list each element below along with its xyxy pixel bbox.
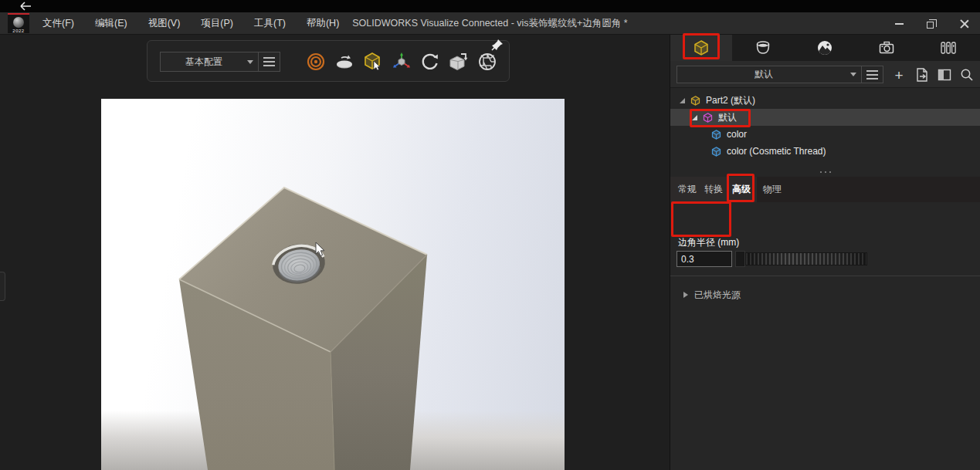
- scene-image-icon: [816, 39, 834, 57]
- target-rings-button[interactable]: [305, 51, 327, 73]
- select-object-button[interactable]: [362, 51, 384, 73]
- yellow-cube-icon: [690, 95, 701, 107]
- turntable-icon: [334, 52, 354, 72]
- logo-year: 2022: [8, 29, 29, 33]
- edge-radius-input[interactable]: [677, 251, 732, 267]
- tab-filters[interactable]: [917, 35, 979, 61]
- viewport-surround: 基本配置: [0, 35, 670, 470]
- import-icon: [914, 66, 931, 83]
- pin-icon[interactable]: [490, 38, 504, 52]
- tree-label-default: 默认: [718, 111, 737, 124]
- camera-cube-icon: [449, 52, 469, 72]
- tree-label-color: color: [727, 129, 747, 140]
- close-button[interactable]: [948, 12, 980, 35]
- baked-lighting-label: 已烘焙光源: [694, 289, 741, 302]
- aperture-button[interactable]: [476, 51, 498, 73]
- add-icon: +: [894, 68, 903, 83]
- edge-radius-slider-handle[interactable]: [735, 251, 745, 267]
- rotate-view-icon: [420, 52, 440, 72]
- tree-row-color[interactable]: color: [670, 126, 980, 143]
- splitter-dots-icon: [825, 171, 826, 173]
- paint-bucket-icon: [754, 39, 772, 57]
- menu-view[interactable]: 视图(V): [148, 17, 181, 30]
- split-view-icon: [936, 66, 953, 83]
- dropdown-caret-icon: [247, 60, 253, 64]
- metal-part-3d: [101, 99, 565, 470]
- tree-row-color-cosmetic[interactable]: color (Cosmetic Thread): [670, 143, 980, 160]
- library-selected-label: 默认: [677, 68, 850, 81]
- blue-cube-icon: [710, 129, 722, 140]
- edge-radius-slider-track[interactable]: [745, 252, 867, 265]
- minimize-icon: [895, 23, 904, 25]
- tab-advanced[interactable]: 高级: [732, 177, 751, 202]
- app-logo[interactable]: 2022: [8, 13, 29, 33]
- magenta-cube-icon: [702, 112, 714, 123]
- restore-icon: [927, 22, 934, 29]
- add-button[interactable]: +: [889, 65, 909, 85]
- aperture-icon: [477, 52, 497, 72]
- camera-icon: [877, 39, 896, 57]
- advanced-properties: 边角半径 (mm): [670, 202, 980, 276]
- menu-edit[interactable]: 编辑(E): [95, 17, 127, 30]
- library-dropdown[interactable]: 默认: [677, 66, 883, 83]
- tree-label-part2: Part2 (默认): [706, 94, 755, 107]
- tab-cameras[interactable]: [856, 35, 917, 61]
- mouse-cursor-icon: [315, 242, 326, 258]
- tab-models[interactable]: [670, 35, 732, 61]
- model-tree: Part2 (默认) 默认 color color (Cosmet: [670, 88, 980, 167]
- move-axes-icon: [392, 52, 412, 72]
- panel-splitter[interactable]: [670, 167, 980, 177]
- select-object-icon: [363, 52, 383, 72]
- edge-radius-label: 边角半径 (mm): [678, 236, 739, 249]
- restore-button[interactable]: [915, 12, 948, 35]
- tree-row-part2[interactable]: Part2 (默认): [670, 92, 980, 109]
- tree-row-default-selected[interactable]: 默认: [670, 109, 980, 126]
- close-icon: [960, 19, 968, 28]
- left-panel-handle[interactable]: [0, 272, 5, 301]
- expand-caret-icon[interactable]: [678, 97, 686, 104]
- tab-physics[interactable]: 物理: [763, 177, 782, 202]
- configuration-dropdown[interactable]: 基本配置: [160, 52, 280, 72]
- menu-help[interactable]: 帮助(H): [307, 17, 339, 30]
- split-view-button[interactable]: [934, 65, 955, 85]
- panel-toolbar: 默认 +: [670, 61, 980, 88]
- divider: [258, 52, 259, 71]
- tab-scenes[interactable]: [794, 35, 856, 61]
- hamburger-menu-icon[interactable]: [866, 70, 878, 79]
- search-button[interactable]: [957, 65, 977, 85]
- rotate-view-button[interactable]: [419, 51, 441, 73]
- baked-lighting-section[interactable]: 已烘焙光源: [670, 283, 980, 306]
- menu-tools[interactable]: 工具(T): [254, 17, 286, 30]
- target-rings-icon: [306, 52, 326, 72]
- window-controls: [883, 12, 980, 35]
- dropdown-caret-icon: [850, 73, 856, 76]
- configuration-label: 基本配置: [161, 56, 247, 69]
- top-strip: [0, 0, 980, 12]
- turntable-button[interactable]: [334, 51, 355, 73]
- move-axes-button[interactable]: [391, 51, 412, 73]
- tab-transform[interactable]: 转换: [704, 177, 723, 202]
- minimize-button[interactable]: [883, 12, 915, 35]
- hamburger-menu-icon[interactable]: [263, 57, 275, 66]
- expand-caret-icon[interactable]: [690, 114, 698, 121]
- titlebar: 2022 文件(F) 编辑(E) 视图(V) 项目(P) 工具(T) 帮助(H)…: [0, 12, 980, 35]
- tree-label-color-cosmetic: color (Cosmetic Thread): [727, 146, 826, 157]
- menubar: 文件(F) 编辑(E) 视图(V) 项目(P) 工具(T) 帮助(H): [42, 12, 339, 35]
- tab-appearances[interactable]: [732, 35, 794, 61]
- palette-tab-strip: [670, 35, 980, 61]
- filter-bars-icon: [939, 39, 958, 57]
- camera-cube-button[interactable]: [448, 51, 470, 73]
- blue-cube-icon: [710, 146, 722, 157]
- tab-general[interactable]: 常规: [678, 177, 697, 202]
- globe-icon: [13, 17, 24, 28]
- collapsed-caret-icon: [683, 292, 688, 298]
- right-panel: 默认 +: [670, 35, 980, 470]
- back-arrow-icon[interactable]: [19, 1, 32, 12]
- import-button[interactable]: [912, 65, 932, 85]
- search-icon: [958, 66, 975, 83]
- detail-tab-bar: 常规 转换 高级 物理: [670, 177, 980, 202]
- menu-project[interactable]: 项目(P): [201, 17, 233, 30]
- render-viewport[interactable]: [101, 99, 565, 470]
- cube-icon: [692, 39, 710, 57]
- menu-file[interactable]: 文件(F): [42, 17, 74, 30]
